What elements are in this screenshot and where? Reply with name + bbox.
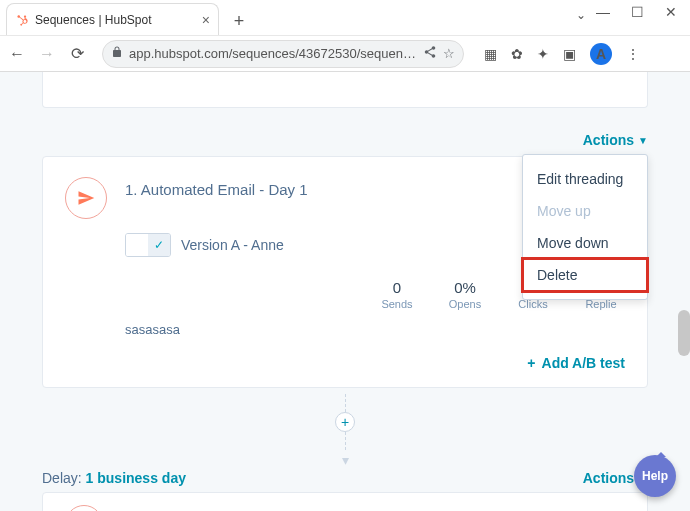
window-minimize-icon[interactable]: ―	[594, 4, 612, 20]
extension-3-icon[interactable]: ▣	[563, 46, 576, 62]
actions-dropdown-button[interactable]: Actions ▼	[583, 132, 648, 148]
browser-titlebar: Sequences | HubSpot × + ⌄ ― ☐ ✕	[0, 0, 690, 36]
nav-forward-icon[interactable]: →	[38, 45, 56, 63]
menu-move-up: Move up	[523, 195, 647, 227]
toggle-half-empty[interactable]	[126, 234, 148, 256]
window-controls: ― ☐ ✕	[586, 4, 688, 20]
version-toggle[interactable]: ✓	[125, 233, 171, 257]
extension-2-icon[interactable]: ✿	[511, 46, 523, 62]
hubspot-favicon-icon	[15, 13, 29, 27]
nav-reload-icon[interactable]: ⟳	[68, 44, 86, 63]
address-bar[interactable]: app.hubspot.com/sequences/43672530/seque…	[102, 40, 464, 68]
connector-line	[345, 432, 346, 450]
page-content: Actions ▼ Edit threading Move up Move do…	[42, 72, 648, 511]
delay-value[interactable]: 1 business day	[86, 470, 186, 486]
lock-icon	[111, 46, 123, 61]
delay-label: Delay:	[42, 470, 82, 486]
page-viewport: Actions ▼ Edit threading Move up Move do…	[0, 72, 690, 511]
step-actions-row: Actions ▼ Edit threading Move up Move do…	[42, 132, 648, 148]
new-tab-button[interactable]: +	[225, 7, 253, 35]
stat-opens: 0% Opens	[445, 279, 485, 310]
stat-label: Opens	[445, 298, 485, 310]
tab-close-icon[interactable]: ×	[202, 12, 210, 28]
menu-move-down[interactable]: Move down	[523, 227, 647, 259]
window-maximize-icon[interactable]: ☐	[628, 4, 646, 20]
menu-delete[interactable]: Delete	[523, 259, 647, 291]
chevron-down-icon: ▼	[638, 135, 648, 146]
send-icon	[65, 177, 107, 219]
help-button[interactable]: Help	[634, 455, 676, 497]
send-icon	[65, 505, 103, 511]
stat-value: 0%	[445, 279, 485, 296]
connector-line	[345, 394, 346, 412]
browser-menu-icon[interactable]: ⋮	[626, 46, 640, 62]
actions-label: Actions	[583, 470, 634, 486]
sequence-step-card-2	[42, 492, 648, 511]
step-connector: + ▾	[42, 394, 648, 468]
bookmark-icon[interactable]: ☆	[443, 46, 455, 61]
nav-back-icon[interactable]: ←	[8, 45, 26, 63]
actions-menu: Edit threading Move up Move down Delete	[522, 154, 648, 300]
profile-avatar[interactable]: A	[590, 43, 612, 65]
delay-row: Delay: 1 business day Actions ▼	[42, 470, 648, 486]
add-step-button[interactable]: +	[335, 412, 355, 432]
stat-value: 0	[377, 279, 417, 296]
add-ab-row: + Add A/B test	[65, 355, 625, 371]
stat-label: Sends	[377, 298, 417, 310]
previous-card-edge	[42, 72, 648, 108]
actions-label: Actions	[583, 132, 634, 148]
tab-search-icon[interactable]: ⌄	[576, 8, 586, 22]
email-preview-text: sasasasa	[125, 322, 625, 337]
share-icon[interactable]	[423, 45, 437, 62]
extension-icons: ▦ ✿ ✦ ▣ A ⋮	[484, 43, 640, 65]
menu-edit-threading[interactable]: Edit threading	[523, 163, 647, 195]
arrow-down-icon: ▾	[342, 452, 349, 468]
window-close-icon[interactable]: ✕	[662, 4, 680, 20]
plus-icon: +	[527, 355, 535, 371]
check-icon: ✓	[154, 238, 164, 252]
scrollbar-thumb[interactable]	[678, 310, 690, 356]
extension-1-icon[interactable]: ▦	[484, 46, 497, 62]
stat-sends: 0 Sends	[377, 279, 417, 310]
url-text: app.hubspot.com/sequences/43672530/seque…	[129, 46, 417, 61]
add-ab-test-button[interactable]: + Add A/B test	[527, 355, 625, 371]
toggle-half-check[interactable]: ✓	[148, 234, 170, 256]
browser-toolbar: ← → ⟳ app.hubspot.com/sequences/43672530…	[0, 36, 690, 72]
delay-block: Delay: 1 business day	[42, 470, 186, 486]
step-title: 1. Automated Email - Day 1	[125, 181, 308, 198]
add-ab-label: Add A/B test	[542, 355, 625, 371]
tab-title: Sequences | HubSpot	[35, 13, 196, 27]
extensions-puzzle-icon[interactable]: ✦	[537, 46, 549, 62]
version-label: Version A - Anne	[181, 237, 284, 253]
browser-tab[interactable]: Sequences | HubSpot ×	[6, 3, 219, 35]
